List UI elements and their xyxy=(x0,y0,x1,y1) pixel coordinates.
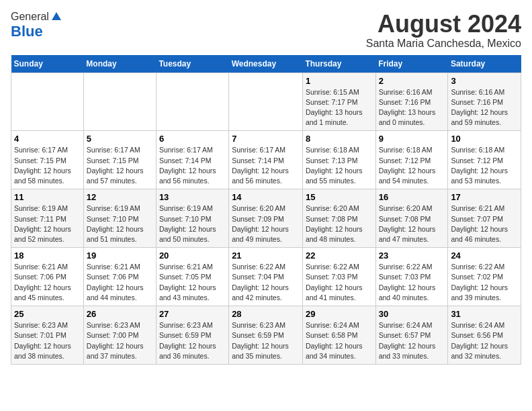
day-number: 24 xyxy=(451,250,518,261)
day-number: 16 xyxy=(379,192,445,202)
day-number: 20 xyxy=(159,250,226,261)
day-number: 25 xyxy=(14,309,81,319)
header-monday: Monday xyxy=(83,55,156,73)
calendar-table: Sunday Monday Tuesday Wednesday Thursday… xyxy=(11,55,521,365)
calendar-cell xyxy=(156,73,228,131)
day-number: 15 xyxy=(306,192,373,202)
day-info: Sunrise: 6:23 AM Sunset: 6:59 PM Dayligh… xyxy=(232,320,300,361)
day-info: Sunrise: 6:19 AM Sunset: 7:10 PM Dayligh… xyxy=(87,203,153,244)
day-number: 4 xyxy=(14,134,81,144)
day-number: 14 xyxy=(232,192,300,202)
day-info: Sunrise: 6:20 AM Sunset: 7:08 PM Dayligh… xyxy=(306,203,373,244)
day-number: 18 xyxy=(14,250,81,261)
day-number: 7 xyxy=(232,134,300,144)
day-info: Sunrise: 6:16 AM Sunset: 7:16 PM Dayligh… xyxy=(379,87,445,128)
calendar-cell: 15Sunrise: 6:20 AM Sunset: 7:08 PM Dayli… xyxy=(302,189,375,248)
day-number: 29 xyxy=(306,309,373,319)
day-number: 3 xyxy=(451,76,518,86)
calendar-cell: 19Sunrise: 6:21 AM Sunset: 7:06 PM Dayli… xyxy=(83,248,156,306)
calendar-cell: 7Sunrise: 6:17 AM Sunset: 7:14 PM Daylig… xyxy=(229,131,303,189)
day-info: Sunrise: 6:18 AM Sunset: 7:12 PM Dayligh… xyxy=(379,145,445,186)
header-thursday: Thursday xyxy=(302,55,375,73)
header-sunday: Sunday xyxy=(11,55,84,73)
day-number: 11 xyxy=(14,192,81,202)
calendar-cell: 12Sunrise: 6:19 AM Sunset: 7:10 PM Dayli… xyxy=(83,189,156,248)
title-block: August 2024 Santa Maria Canchesda, Mexic… xyxy=(366,11,521,50)
calendar-cell: 5Sunrise: 6:17 AM Sunset: 7:15 PM Daylig… xyxy=(83,131,156,189)
calendar-cell: 16Sunrise: 6:20 AM Sunset: 7:08 PM Dayli… xyxy=(375,189,448,248)
day-number: 28 xyxy=(232,309,300,319)
day-number: 8 xyxy=(306,134,373,144)
day-number: 22 xyxy=(306,250,373,261)
calendar-week-4: 18Sunrise: 6:21 AM Sunset: 7:06 PM Dayli… xyxy=(11,248,521,306)
day-number: 31 xyxy=(451,309,518,319)
page-header: General Blue August 2024 Santa Maria Can… xyxy=(11,11,521,50)
logo-icon xyxy=(50,11,62,23)
calendar-cell: 4Sunrise: 6:17 AM Sunset: 7:15 PM Daylig… xyxy=(11,131,84,189)
day-number: 17 xyxy=(451,192,518,202)
day-info: Sunrise: 6:20 AM Sunset: 7:08 PM Dayligh… xyxy=(379,203,445,244)
calendar-cell xyxy=(11,73,84,131)
day-info: Sunrise: 6:24 AM Sunset: 6:58 PM Dayligh… xyxy=(306,320,373,361)
day-info: Sunrise: 6:18 AM Sunset: 7:12 PM Dayligh… xyxy=(451,145,518,186)
calendar-cell: 22Sunrise: 6:22 AM Sunset: 7:03 PM Dayli… xyxy=(302,248,375,306)
day-number: 13 xyxy=(159,192,226,202)
calendar-cell: 14Sunrise: 6:20 AM Sunset: 7:09 PM Dayli… xyxy=(229,189,303,248)
calendar-cell: 11Sunrise: 6:19 AM Sunset: 7:11 PM Dayli… xyxy=(11,189,84,248)
day-info: Sunrise: 6:24 AM Sunset: 6:56 PM Dayligh… xyxy=(451,320,518,361)
calendar-cell: 23Sunrise: 6:22 AM Sunset: 7:03 PM Dayli… xyxy=(375,248,448,306)
day-info: Sunrise: 6:17 AM Sunset: 7:15 PM Dayligh… xyxy=(14,145,81,186)
day-info: Sunrise: 6:22 AM Sunset: 7:02 PM Dayligh… xyxy=(451,262,518,303)
calendar-cell: 10Sunrise: 6:18 AM Sunset: 7:12 PM Dayli… xyxy=(448,131,521,189)
logo-blue-text: Blue xyxy=(11,23,43,40)
calendar-cell: 20Sunrise: 6:21 AM Sunset: 7:05 PM Dayli… xyxy=(156,248,228,306)
day-number: 26 xyxy=(87,309,153,319)
calendar-cell: 2Sunrise: 6:16 AM Sunset: 7:16 PM Daylig… xyxy=(375,73,448,131)
calendar-cell xyxy=(229,73,303,131)
day-number: 1 xyxy=(306,76,373,86)
day-info: Sunrise: 6:16 AM Sunset: 7:16 PM Dayligh… xyxy=(451,87,518,128)
day-info: Sunrise: 6:17 AM Sunset: 7:14 PM Dayligh… xyxy=(232,145,300,186)
header-saturday: Saturday xyxy=(448,55,521,73)
calendar-cell: 27Sunrise: 6:23 AM Sunset: 6:59 PM Dayli… xyxy=(156,306,228,365)
day-info: Sunrise: 6:22 AM Sunset: 7:03 PM Dayligh… xyxy=(379,262,445,303)
day-info: Sunrise: 6:22 AM Sunset: 7:04 PM Dayligh… xyxy=(232,262,300,303)
day-info: Sunrise: 6:18 AM Sunset: 7:13 PM Dayligh… xyxy=(306,145,373,186)
calendar-cell: 3Sunrise: 6:16 AM Sunset: 7:16 PM Daylig… xyxy=(448,73,521,131)
day-number: 30 xyxy=(379,309,445,319)
day-number: 6 xyxy=(159,134,226,144)
day-info: Sunrise: 6:21 AM Sunset: 7:06 PM Dayligh… xyxy=(87,262,153,303)
calendar-cell: 30Sunrise: 6:24 AM Sunset: 6:57 PM Dayli… xyxy=(375,306,448,365)
day-info: Sunrise: 6:17 AM Sunset: 7:14 PM Dayligh… xyxy=(159,145,226,186)
day-number: 2 xyxy=(379,76,445,86)
calendar-week-5: 25Sunrise: 6:23 AM Sunset: 7:01 PM Dayli… xyxy=(11,306,521,365)
logo: General Blue xyxy=(11,11,62,40)
calendar-week-2: 4Sunrise: 6:17 AM Sunset: 7:15 PM Daylig… xyxy=(11,131,521,189)
day-number: 21 xyxy=(232,250,300,261)
header-friday: Friday xyxy=(375,55,448,73)
day-info: Sunrise: 6:19 AM Sunset: 7:11 PM Dayligh… xyxy=(14,203,81,244)
logo-general-text: General xyxy=(11,11,49,23)
svg-marker-0 xyxy=(52,12,61,20)
month-year-title: August 2024 xyxy=(366,11,521,38)
calendar-week-1: 1Sunrise: 6:15 AM Sunset: 7:17 PM Daylig… xyxy=(11,73,521,131)
day-number: 5 xyxy=(87,134,153,144)
day-info: Sunrise: 6:21 AM Sunset: 7:06 PM Dayligh… xyxy=(14,262,81,303)
day-info: Sunrise: 6:22 AM Sunset: 7:03 PM Dayligh… xyxy=(306,262,373,303)
calendar-cell: 17Sunrise: 6:21 AM Sunset: 7:07 PM Dayli… xyxy=(448,189,521,248)
calendar-cell: 24Sunrise: 6:22 AM Sunset: 7:02 PM Dayli… xyxy=(448,248,521,306)
header-wednesday: Wednesday xyxy=(229,55,303,73)
day-number: 10 xyxy=(451,134,518,144)
day-info: Sunrise: 6:19 AM Sunset: 7:10 PM Dayligh… xyxy=(159,203,226,244)
calendar-cell: 9Sunrise: 6:18 AM Sunset: 7:12 PM Daylig… xyxy=(375,131,448,189)
day-info: Sunrise: 6:24 AM Sunset: 6:57 PM Dayligh… xyxy=(379,320,445,361)
calendar-cell: 26Sunrise: 6:23 AM Sunset: 7:00 PM Dayli… xyxy=(83,306,156,365)
calendar-cell: 8Sunrise: 6:18 AM Sunset: 7:13 PM Daylig… xyxy=(302,131,375,189)
day-number: 9 xyxy=(379,134,445,144)
location-subtitle: Santa Maria Canchesda, Mexico xyxy=(366,38,521,50)
day-info: Sunrise: 6:17 AM Sunset: 7:15 PM Dayligh… xyxy=(87,145,153,186)
header-row: Sunday Monday Tuesday Wednesday Thursday… xyxy=(11,55,521,73)
calendar-cell: 21Sunrise: 6:22 AM Sunset: 7:04 PM Dayli… xyxy=(229,248,303,306)
day-number: 12 xyxy=(87,192,153,202)
day-info: Sunrise: 6:21 AM Sunset: 7:05 PM Dayligh… xyxy=(159,262,226,303)
